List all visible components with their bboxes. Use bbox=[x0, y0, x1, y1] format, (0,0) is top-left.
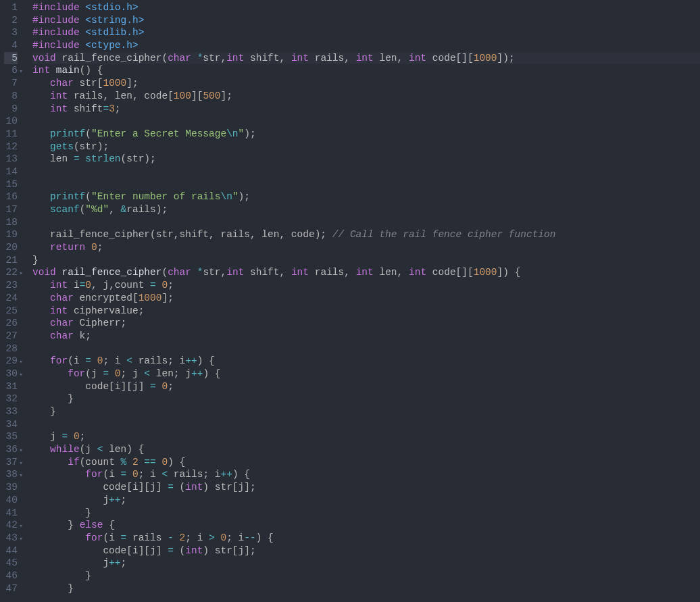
token-kw: for bbox=[85, 469, 103, 480]
token-plain: } bbox=[32, 570, 91, 581]
code-line[interactable] bbox=[32, 216, 700, 229]
code-line[interactable]: #include <ctype.h> bbox=[32, 39, 700, 52]
token-op: = bbox=[103, 103, 109, 114]
token-op: % bbox=[121, 457, 127, 468]
code-line[interactable]: for(i = 0; i < rails; i++) { bbox=[32, 468, 700, 481]
code-line[interactable] bbox=[32, 115, 700, 128]
code-line[interactable]: char k; bbox=[32, 330, 700, 343]
code-line[interactable]: len = strlen(str); bbox=[32, 153, 700, 166]
code-line[interactable]: char Cipherr; bbox=[32, 317, 700, 330]
line-number: 17 bbox=[4, 203, 18, 216]
token-plain: rails, len, code[ bbox=[68, 91, 174, 101]
token-plain: shift, bbox=[244, 267, 291, 278]
line-number: 42▾ bbox=[4, 519, 18, 532]
line-number: 41 bbox=[4, 507, 18, 520]
code-line[interactable]: #include <stdlib.h> bbox=[32, 26, 700, 39]
code-line[interactable]: void rail_fence_cipher(char *str,int shi… bbox=[32, 266, 700, 279]
code-line[interactable]: void rail_fence_cipher(char *str,int shi… bbox=[32, 52, 700, 65]
code-line[interactable]: } bbox=[32, 507, 700, 520]
code-area[interactable]: #include <stdio.h>#include <string.h>#in… bbox=[23, 0, 700, 602]
code-line[interactable]: } bbox=[32, 405, 700, 418]
code-line[interactable]: int i=0, j,count = 0; bbox=[32, 279, 700, 292]
token-call: printf bbox=[50, 191, 85, 202]
token-plain: ) { bbox=[232, 469, 250, 480]
token-plain: shift bbox=[68, 103, 103, 114]
token-plain: shift, bbox=[244, 53, 291, 64]
token-plain: ( bbox=[85, 128, 91, 139]
code-line[interactable]: j = 0; bbox=[32, 430, 700, 443]
code-line[interactable]: char encrypted[1000]; bbox=[32, 292, 700, 305]
token-plain: len) { bbox=[103, 444, 144, 455]
line-number: 45 bbox=[4, 557, 18, 570]
token-num: 0 bbox=[91, 242, 97, 253]
code-line[interactable]: j++; bbox=[32, 494, 700, 507]
code-line[interactable]: } bbox=[32, 254, 700, 267]
token-plain: } bbox=[32, 255, 39, 266]
line-number: 46 bbox=[4, 570, 18, 582]
code-line[interactable]: j++; bbox=[32, 557, 700, 570]
token-plain bbox=[32, 179, 50, 190]
token-plain: , j,count bbox=[91, 280, 150, 291]
code-line[interactable]: printf("Enter number of rails\n"); bbox=[32, 191, 700, 203]
line-number: 26 bbox=[4, 317, 18, 330]
code-line[interactable]: int rails, len, code[100][500]; bbox=[32, 90, 700, 103]
token-kw: int bbox=[185, 482, 203, 493]
token-num: 0 bbox=[85, 280, 91, 291]
token-plain bbox=[32, 305, 50, 316]
token-plain: ; bbox=[80, 431, 86, 442]
token-plain: code[][ bbox=[426, 267, 474, 278]
code-line[interactable]: int shift=3; bbox=[32, 103, 700, 116]
code-line[interactable]: } bbox=[32, 582, 700, 595]
token-plain: (j bbox=[85, 368, 103, 379]
code-line[interactable]: for(i = 0; i < rails; i++) { bbox=[32, 355, 700, 368]
line-number: 44 bbox=[4, 545, 18, 557]
code-line[interactable] bbox=[32, 418, 700, 431]
token-plain: ) str[j]; bbox=[203, 482, 255, 493]
token-op: = bbox=[74, 153, 80, 164]
code-line[interactable]: code[i][j] = (int) str[j]; bbox=[32, 481, 700, 494]
token-op: ++ bbox=[191, 368, 203, 379]
code-line[interactable]: while(j < len) { bbox=[32, 443, 700, 456]
token-num: 0 bbox=[74, 431, 80, 442]
code-line[interactable]: int main() { bbox=[32, 64, 700, 77]
code-line[interactable]: } bbox=[32, 393, 700, 405]
code-line[interactable]: return 0; bbox=[32, 241, 700, 254]
token-kw: char bbox=[168, 267, 191, 278]
token-op: ++ bbox=[109, 495, 120, 505]
token-plain bbox=[91, 355, 97, 366]
token-plain: ; bbox=[97, 242, 103, 253]
code-line[interactable]: #include <stdio.h> bbox=[32, 1, 700, 14]
token-op: & bbox=[121, 204, 127, 215]
code-line[interactable]: scanf("%d", &rails); bbox=[32, 203, 700, 216]
code-line[interactable] bbox=[32, 343, 700, 355]
code-line[interactable]: } bbox=[32, 570, 700, 582]
token-plain bbox=[32, 293, 50, 303]
code-editor[interactable]: 123456▾78910111213141516171819202122▾232… bbox=[0, 0, 700, 602]
code-line[interactable] bbox=[32, 178, 700, 191]
code-line[interactable]: rail_fence_cipher(str,shift, rails, len,… bbox=[32, 228, 700, 241]
code-line[interactable]: int ciphervalue; bbox=[32, 305, 700, 318]
token-op: = bbox=[103, 368, 109, 379]
token-plain: ( bbox=[174, 545, 185, 556]
code-line[interactable]: code[i][j] = 0; bbox=[32, 380, 700, 393]
token-plain: rails; i bbox=[132, 355, 185, 366]
code-line[interactable]: } else { bbox=[32, 519, 700, 532]
token-plain: ) { bbox=[197, 355, 215, 366]
code-line[interactable]: gets(str); bbox=[32, 141, 700, 153]
line-number: 22▾ bbox=[4, 266, 18, 279]
code-line[interactable]: char str[1000]; bbox=[32, 77, 700, 90]
token-plain bbox=[32, 368, 68, 379]
token-plain bbox=[56, 267, 62, 278]
token-plain bbox=[32, 444, 50, 455]
code-line[interactable] bbox=[32, 166, 700, 178]
token-plain bbox=[32, 457, 68, 468]
code-line[interactable]: if(count % 2 == 0) { bbox=[32, 456, 700, 469]
line-number: 47 bbox=[4, 582, 18, 595]
token-plain: (i bbox=[103, 532, 120, 543]
code-line[interactable]: code[i][j] = (int) str[j]; bbox=[32, 545, 700, 557]
code-line[interactable]: for(j = 0; j < len; j++) { bbox=[32, 368, 700, 380]
code-line[interactable]: for(i = rails - 2; i > 0; i--) { bbox=[32, 532, 700, 545]
code-line[interactable]: printf("Enter a Secret Message\n"); bbox=[32, 128, 700, 141]
code-line[interactable]: #include <string.h> bbox=[32, 14, 700, 27]
token-op: ++ bbox=[185, 355, 197, 366]
